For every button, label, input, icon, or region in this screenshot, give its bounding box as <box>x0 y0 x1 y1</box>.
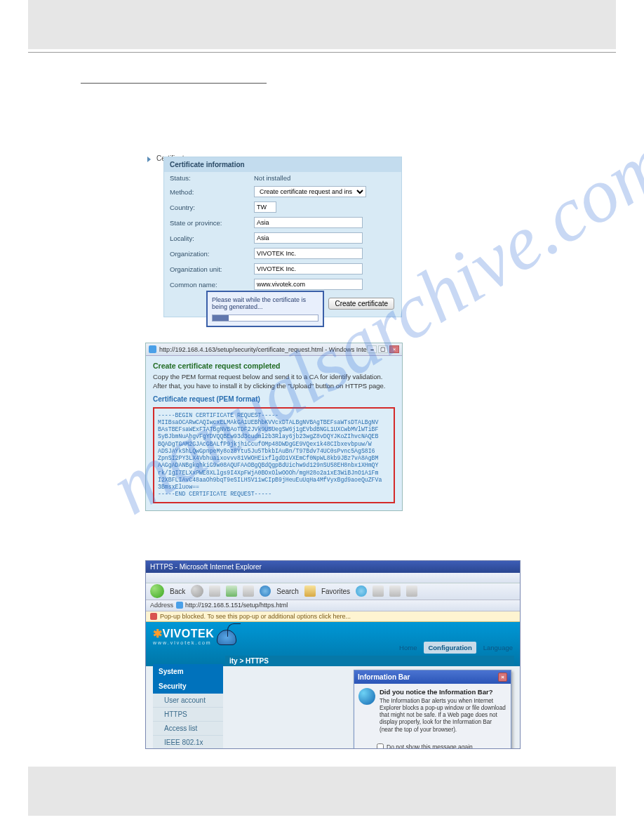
progress-bar <box>212 315 318 322</box>
footer-bar <box>28 767 616 816</box>
sidebar-item-user-account[interactable]: User account <box>153 694 223 708</box>
window-titlebar: http://192.168.4.163/setup/security/cert… <box>146 343 402 356</box>
common-name-input[interactable] <box>254 279 363 290</box>
search-label[interactable]: Search <box>276 588 299 595</box>
please-wait-dialog: Please wait while the certificate is bei… <box>206 291 324 327</box>
favorites-icon[interactable] <box>304 585 316 597</box>
brand-logo: ✱VIVOTEK www.vivotek.com <box>153 627 214 645</box>
dont-show-checkbox[interactable] <box>377 743 384 749</box>
pem-text-box: -----BEGIN CERTIFICATE REQUEST----- MIIB… <box>153 407 395 503</box>
back-label[interactable]: Back <box>170 588 185 595</box>
history-icon[interactable] <box>356 585 367 597</box>
ie-menubar[interactable] <box>146 573 520 583</box>
state-input[interactable] <box>254 217 363 228</box>
certificate-form-screenshot: Certificate: Certificate information Sta… <box>145 157 405 317</box>
pem-instruction: Copy the PEM format request below and se… <box>153 373 395 391</box>
collapse-caret-icon[interactable] <box>147 157 151 162</box>
dialog-body: Did you notice the Information Bar? The … <box>354 684 511 738</box>
brand-sub: www.vivotek.com <box>153 640 214 645</box>
favorites-label[interactable]: Favorites <box>321 588 350 595</box>
certificate-info-header: Certificate information <box>164 157 401 172</box>
sidebar-item-system[interactable]: System <box>153 664 223 679</box>
forward-icon[interactable] <box>191 585 203 597</box>
section-underline <box>81 83 267 84</box>
sidebar-item-ieee[interactable]: IEEE 802.1x <box>153 736 223 749</box>
home-icon[interactable] <box>243 585 254 597</box>
dialog-message: The Information Bar alerts you when Inte… <box>380 698 507 734</box>
state-label: State or province: <box>170 219 254 227</box>
section-title <box>81 74 644 86</box>
method-select[interactable]: Create certificate request and install <box>254 186 366 197</box>
header-divider <box>28 52 616 53</box>
information-bar-dialog: Information Bar × Did you notice the Inf… <box>354 670 511 749</box>
https-ie-screenshot: HTTPS - Microsoft Internet Explorer Back… <box>145 560 521 749</box>
progress-bar-fill <box>213 315 229 321</box>
favicon-icon <box>149 345 156 353</box>
pem-page-body: Create certificate request completed Cop… <box>146 356 402 510</box>
back-icon[interactable] <box>150 584 164 598</box>
maximize-button[interactable]: ▢ <box>378 345 388 353</box>
organization-unit-label: Organization unit: <box>170 265 254 273</box>
certificate-info-panel: Certificate information Status: Not inst… <box>163 157 402 317</box>
popup-blocked-icon <box>150 613 157 620</box>
locality-label: Locality: <box>170 234 254 242</box>
address-value[interactable]: http://192.168.5.151/setup/https.html <box>185 602 288 609</box>
dialog-titlebar: Information Bar × <box>354 670 511 684</box>
pem-heading: Create certificate request completed <box>153 362 395 370</box>
minimize-button[interactable]: ‒ <box>367 345 377 353</box>
mail-icon[interactable] <box>373 585 384 597</box>
popup-blocked-bar[interactable]: Pop-up blocked. To see this pop-up or ad… <box>146 611 520 622</box>
brand-name: ✱VIVOTEK <box>153 627 214 640</box>
header-bar <box>28 0 616 49</box>
ie-toolbar: Back Search Favorites <box>146 583 520 600</box>
dialog-question: Did you notice the Information Bar? <box>380 688 507 696</box>
globe-icon <box>358 688 375 705</box>
sidebar-item-https[interactable]: HTTPS <box>153 708 223 722</box>
common-name-label: Common name: <box>170 281 254 289</box>
address-label: Address <box>150 602 173 609</box>
window-title: http://192.168.4.163/setup/security/cert… <box>159 346 367 353</box>
sidebar: System Security User account HTTPS Acces… <box>153 664 223 749</box>
address-favicon-icon <box>176 602 183 609</box>
dont-show-label: Do not show this message again <box>387 743 473 749</box>
sidebar-item-access-list[interactable]: Access list <box>153 722 223 736</box>
ie-address-bar: Address http://192.168.5.151/setup/https… <box>146 600 520 611</box>
edit-icon[interactable] <box>406 585 417 597</box>
print-icon[interactable] <box>389 585 401 597</box>
close-button[interactable]: × <box>389 345 399 353</box>
country-label: Country: <box>170 204 254 211</box>
top-tabs: Home Configuration Language <box>395 642 517 654</box>
country-input[interactable] <box>254 201 276 213</box>
stop-icon[interactable] <box>209 585 220 597</box>
mouse-cursor-illustration-icon <box>217 630 236 645</box>
create-certificate-button[interactable]: Create certificate <box>328 298 394 310</box>
locality-input[interactable] <box>254 232 363 244</box>
page-body: ✱VIVOTEK www.vivotek.com Home Configurat… <box>146 622 520 748</box>
tab-language[interactable]: Language <box>479 642 517 654</box>
tab-configuration[interactable]: Configuration <box>424 642 476 654</box>
please-wait-text: Please wait while the certificate is bei… <box>212 296 318 310</box>
dialog-close-button[interactable]: × <box>498 673 507 682</box>
organization-input[interactable] <box>254 248 363 259</box>
pem-text[interactable]: -----BEGIN CERTIFICATE REQUEST----- MIIB… <box>158 412 390 498</box>
breadcrumb: ity > HTTPS <box>225 656 514 666</box>
pem-request-window: http://192.168.4.163/setup/security/cert… <box>145 343 403 511</box>
search-icon[interactable] <box>260 585 271 597</box>
status-label: Status: <box>170 174 254 182</box>
dont-show-row: Do not show this message again <box>377 743 511 749</box>
organization-unit-input[interactable] <box>254 263 363 274</box>
organization-label: Organization: <box>170 250 254 258</box>
tab-home[interactable]: Home <box>395 642 421 654</box>
status-value: Not installed <box>254 174 290 182</box>
popup-blocked-text: Pop-up blocked. To see this pop-up or ad… <box>160 613 351 620</box>
method-label: Method: <box>170 188 254 196</box>
refresh-icon[interactable] <box>226 585 237 597</box>
dialog-title: Information Bar <box>358 673 410 681</box>
pem-subheading: Certificate request (PEM format) <box>153 395 395 403</box>
sidebar-item-security[interactable]: Security <box>153 679 223 694</box>
ie-window-title: HTTPS - Microsoft Internet Explorer <box>146 561 520 573</box>
